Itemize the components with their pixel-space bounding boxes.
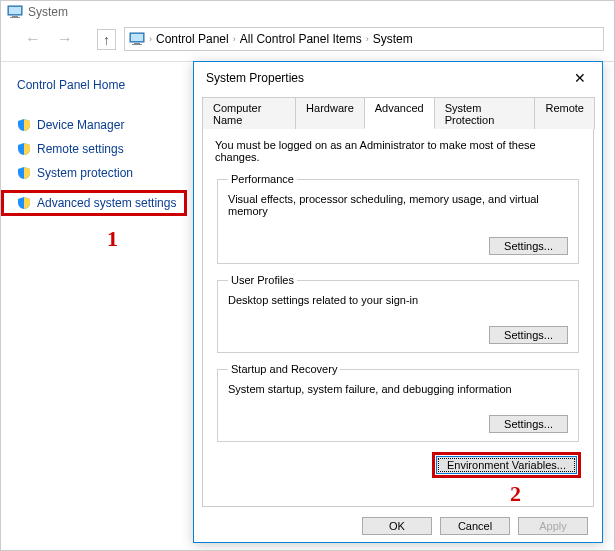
group-legend: Performance bbox=[228, 173, 297, 185]
svg-rect-2 bbox=[12, 16, 18, 17]
performance-settings-button[interactable]: Settings... bbox=[489, 237, 568, 255]
close-button[interactable]: ✕ bbox=[568, 70, 592, 86]
tab-strip: Computer Name Hardware Advanced System P… bbox=[202, 96, 594, 129]
svg-rect-6 bbox=[134, 43, 140, 44]
sidebar-item-label: Remote settings bbox=[37, 142, 124, 156]
system-icon bbox=[129, 32, 145, 46]
group-description: Desktop settings related to your sign-in bbox=[228, 294, 568, 306]
apply-button[interactable]: Apply bbox=[518, 517, 588, 535]
sidebar: Control Panel Home Device Manager Remote… bbox=[1, 62, 201, 252]
sidebar-item-device-manager[interactable]: Device Manager bbox=[17, 118, 201, 132]
forward-button[interactable]: → bbox=[53, 30, 77, 48]
dialog-title: System Properties bbox=[206, 71, 304, 85]
up-button[interactable]: ↑ bbox=[97, 29, 116, 50]
sidebar-item-label: System protection bbox=[37, 166, 133, 180]
startup-settings-button[interactable]: Settings... bbox=[489, 415, 568, 433]
ok-button[interactable]: OK bbox=[362, 517, 432, 535]
svg-rect-7 bbox=[132, 44, 142, 45]
back-button[interactable]: ← bbox=[21, 30, 45, 48]
shield-icon bbox=[17, 142, 31, 156]
annotation-1: 1 bbox=[107, 226, 201, 252]
sidebar-item-advanced-system-settings[interactable]: Advanced system settings bbox=[1, 190, 187, 216]
dialog-button-row: OK Cancel Apply bbox=[194, 507, 602, 545]
system-properties-dialog: System Properties ✕ Computer Name Hardwa… bbox=[193, 61, 603, 543]
chevron-right-icon: › bbox=[149, 34, 152, 44]
breadcrumb[interactable]: All Control Panel Items bbox=[240, 32, 362, 46]
svg-rect-5 bbox=[131, 34, 143, 41]
tab-hardware[interactable]: Hardware bbox=[295, 97, 365, 129]
sidebar-item-label: Advanced system settings bbox=[37, 196, 176, 210]
svg-rect-3 bbox=[10, 17, 20, 18]
group-legend: Startup and Recovery bbox=[228, 363, 340, 375]
chevron-right-icon: › bbox=[233, 34, 236, 44]
tab-system-protection[interactable]: System Protection bbox=[434, 97, 536, 129]
shield-icon bbox=[17, 166, 31, 180]
group-legend: User Profiles bbox=[228, 274, 297, 286]
admin-warning-text: You must be logged on as an Administrato… bbox=[215, 139, 581, 163]
sidebar-item-remote-settings[interactable]: Remote settings bbox=[17, 142, 201, 156]
window-title: System bbox=[28, 5, 68, 19]
annotation-highlight-2: Environment Variables... bbox=[432, 452, 581, 478]
shield-icon bbox=[17, 118, 31, 132]
group-startup-recovery: Startup and Recovery System startup, sys… bbox=[217, 363, 579, 442]
tab-computer-name[interactable]: Computer Name bbox=[202, 97, 296, 129]
nav-row: ← → ↑ › Control Panel › All Control Pane… bbox=[1, 23, 614, 62]
svg-rect-1 bbox=[9, 7, 21, 14]
group-description: Visual effects, processor scheduling, me… bbox=[228, 193, 568, 217]
shield-icon bbox=[17, 196, 31, 210]
group-performance: Performance Visual effects, processor sc… bbox=[217, 173, 579, 264]
breadcrumb[interactable]: Control Panel bbox=[156, 32, 229, 46]
tab-body-advanced: You must be logged on as an Administrato… bbox=[202, 129, 594, 507]
environment-variables-button[interactable]: Environment Variables... bbox=[436, 456, 577, 474]
annotation-2: 2 bbox=[510, 481, 521, 506]
group-description: System startup, system failure, and debu… bbox=[228, 383, 568, 395]
address-bar[interactable]: › Control Panel › All Control Panel Item… bbox=[124, 27, 604, 51]
tab-advanced[interactable]: Advanced bbox=[364, 97, 435, 129]
chevron-right-icon: › bbox=[366, 34, 369, 44]
system-icon bbox=[7, 5, 23, 19]
control-panel-home-link[interactable]: Control Panel Home bbox=[17, 78, 201, 92]
sidebar-item-label: Device Manager bbox=[37, 118, 124, 132]
window-titlebar: System bbox=[1, 1, 614, 23]
cancel-button[interactable]: Cancel bbox=[440, 517, 510, 535]
sidebar-item-system-protection[interactable]: System protection bbox=[17, 166, 201, 180]
user-profiles-settings-button[interactable]: Settings... bbox=[489, 326, 568, 344]
tab-remote[interactable]: Remote bbox=[534, 97, 595, 129]
group-user-profiles: User Profiles Desktop settings related t… bbox=[217, 274, 579, 353]
breadcrumb[interactable]: System bbox=[373, 32, 413, 46]
